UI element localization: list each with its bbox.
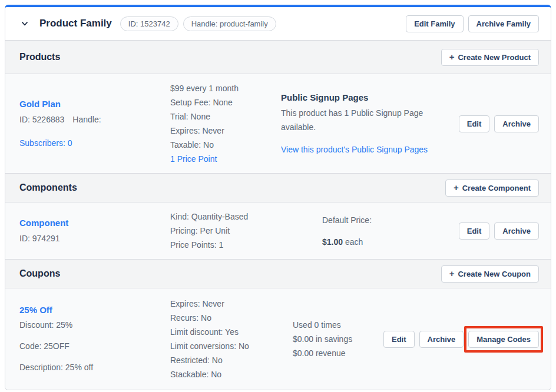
component-actions: Edit Archive <box>459 222 539 240</box>
plus-icon: + <box>454 183 459 192</box>
default-price-value: $1.00 <box>322 237 343 247</box>
coupon-detail: Stackable: No <box>170 367 286 381</box>
coupon-detail: Limit discount: Yes <box>170 325 286 339</box>
coupon-stat: Used 0 times <box>293 318 352 332</box>
create-new-coupon-button[interactable]: + Create New Coupon <box>441 265 539 283</box>
coupon-row: 25% Off Discount: 25% Code: 25OFF Descri… <box>5 288 551 390</box>
edit-family-button[interactable]: Edit Family <box>406 15 463 32</box>
coupon-stats-column: Used 0 times $0.00 in savings $0.00 reve… <box>293 318 352 360</box>
component-edit-button[interactable]: Edit <box>459 222 490 240</box>
coupon-description: Description: 25% off <box>19 360 163 374</box>
coupons-section-header: Coupons + Create New Coupon <box>5 260 551 288</box>
coupon-edit-button[interactable]: Edit <box>383 331 415 348</box>
coupons-section-title: Coupons <box>19 268 60 279</box>
product-actions: Edit Archive <box>459 115 539 132</box>
coupon-detail: Limit conversions: No <box>170 339 286 353</box>
coupon-name-link[interactable]: 25% Off <box>19 304 52 317</box>
component-detail: Kind: Quantity-Based <box>170 210 315 224</box>
view-signup-pages-link[interactable]: View this product's Public Signup Pages <box>281 142 428 157</box>
coupon-archive-button[interactable]: Archive <box>419 331 464 348</box>
coupon-detail: Restricted: No <box>170 353 286 367</box>
component-details-column: Kind: Quantity-Based Pricing: Per Unit P… <box>170 210 322 252</box>
product-detail: Taxable: No <box>170 138 274 152</box>
component-archive-button[interactable]: Archive <box>494 222 539 240</box>
product-summary-column: Gold Plan ID: 5226883Handle: Subscribers… <box>19 98 170 150</box>
product-detail: Setup Fee: None <box>170 95 274 109</box>
component-summary-column: Component ID: 974291 <box>19 217 170 245</box>
product-handle-label: Handle: <box>72 115 101 124</box>
coupon-actions: Edit Archive Manage Codes <box>383 331 539 348</box>
product-name-link[interactable]: Gold Plan <box>19 98 61 111</box>
product-detail: $99 every 1 month <box>170 81 274 95</box>
default-price-line: $1.00 each <box>322 235 372 249</box>
component-id: ID: 974291 <box>19 231 163 245</box>
products-section-title: Products <box>19 52 60 62</box>
product-id: ID: 5226883 <box>19 115 64 124</box>
components-section-title: Components <box>19 182 77 193</box>
product-edit-button[interactable]: Edit <box>459 115 490 132</box>
component-detail: Price Points: 1 <box>170 238 315 252</box>
coupon-detail: Expires: Never <box>170 297 286 311</box>
components-section-header: Components + Create Component <box>5 174 551 202</box>
family-header: Product Family ID: 1523742 Handle: produ… <box>5 7 551 41</box>
plus-icon: + <box>449 269 455 278</box>
coupon-discount: Discount: 25% <box>19 318 163 332</box>
product-subscribers-link[interactable]: Subscribers: 0 <box>19 136 72 150</box>
plus-icon: + <box>449 52 455 61</box>
create-component-button[interactable]: + Create Component <box>445 180 539 197</box>
family-id-badge: ID: 1523742 <box>120 16 178 31</box>
component-detail: Pricing: Per Unit <box>170 224 315 238</box>
coupon-stat: $0.00 revenue <box>293 346 352 360</box>
signup-pages-title: Public Signup Pages <box>281 91 432 105</box>
component-price-column: Default Price: $1.00 each <box>322 213 372 249</box>
default-price-unit: each <box>343 237 363 247</box>
coupon-detail: Recurs: No <box>170 311 286 325</box>
default-price-label: Default Price: <box>322 213 372 227</box>
family-handle-badge: Handle: product-family <box>183 16 276 31</box>
manage-codes-button[interactable]: Manage Codes <box>468 331 539 348</box>
product-archive-button[interactable]: Archive <box>494 115 539 132</box>
product-family-card: Product Family ID: 1523742 Handle: produ… <box>5 5 551 390</box>
product-detail: Trial: None <box>170 109 274 124</box>
product-detail: Expires: Never <box>170 124 274 138</box>
coupon-details-column: Expires: Never Recurs: No Limit discount… <box>170 297 293 381</box>
product-row: Gold Plan ID: 5226883Handle: Subscribers… <box>5 74 551 174</box>
products-section-header: Products + Create New Product <box>5 41 551 74</box>
coupon-stat: $0.00 in savings <box>293 332 352 346</box>
chevron-down-icon <box>21 19 29 28</box>
product-id-line: ID: 5226883Handle: <box>19 112 163 127</box>
signup-pages-description: This product has 1 Public Signup Page av… <box>281 106 432 134</box>
coupon-summary-column: 25% Off Discount: 25% Code: 25OFF Descri… <box>19 304 170 374</box>
archive-family-button[interactable]: Archive Family <box>468 15 540 32</box>
family-title: Product Family <box>39 18 112 29</box>
component-name-link[interactable]: Component <box>19 217 68 230</box>
signup-pages-column: Public Signup Pages This product has 1 P… <box>281 91 432 157</box>
component-row: Component ID: 974291 Kind: Quantity-Base… <box>5 202 551 260</box>
product-details-column: $99 every 1 month Setup Fee: None Trial:… <box>170 81 281 166</box>
price-point-link[interactable]: 1 Price Point <box>170 152 217 166</box>
coupon-code: Code: 25OFF <box>19 339 163 353</box>
collapse-toggle[interactable] <box>18 17 31 30</box>
create-new-product-button[interactable]: + Create New Product <box>441 49 539 66</box>
